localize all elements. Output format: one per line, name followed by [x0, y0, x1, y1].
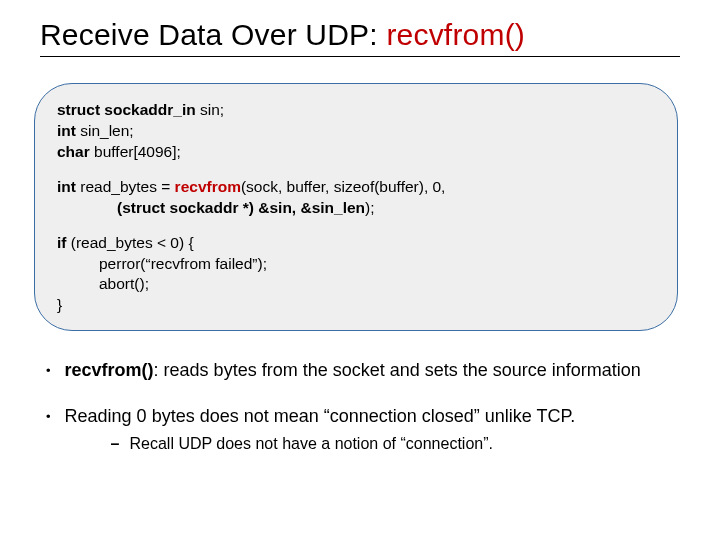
- code-kw: char: [57, 143, 90, 160]
- code-text: (read_bytes < 0) {: [66, 234, 193, 251]
- code-line: }: [57, 295, 655, 316]
- code-kw: int: [57, 178, 76, 195]
- bullet-strong: recvfrom(): [65, 360, 154, 380]
- code-line: if (read_bytes < 0) {: [57, 233, 655, 254]
- code-kw: struct sockaddr_in: [57, 101, 196, 118]
- bullet-item: • recvfrom(): reads bytes from the socke…: [40, 359, 680, 382]
- code-text: sin;: [196, 101, 224, 118]
- bullet-rest: : reads bytes from the socket and sets t…: [154, 360, 641, 380]
- bullet-list: • recvfrom(): reads bytes from the socke…: [40, 359, 680, 455]
- code-line: abort();: [57, 274, 655, 295]
- code-text: perror(“recvfrom failed”);: [99, 255, 267, 272]
- code-text: buffer[4096];: [90, 143, 181, 160]
- code-line: perror(“recvfrom failed”);: [57, 254, 655, 275]
- code-line: int read_bytes = recvfrom(sock, buffer, …: [57, 177, 655, 198]
- code-text: abort();: [99, 275, 149, 292]
- bullet-dot-icon: •: [46, 364, 51, 377]
- code-line: (struct sockaddr *) &sin, &sin_len);: [57, 198, 655, 219]
- bullet-text: recvfrom(): reads bytes from the socket …: [65, 359, 680, 382]
- code-kw: int: [57, 122, 76, 139]
- code-spacer: [57, 163, 655, 177]
- code-text: read_bytes =: [76, 178, 175, 195]
- code-text: );: [365, 199, 374, 216]
- code-text: (sock, buffer, sizeof(buffer), 0,: [241, 178, 445, 195]
- code-box: struct sockaddr_in sin; int sin_len; cha…: [34, 83, 678, 331]
- bullet-line: Reading 0 bytes does not mean “connectio…: [65, 406, 576, 426]
- slide-title: Receive Data Over UDP: recvfrom(): [40, 18, 680, 57]
- slide: Receive Data Over UDP: recvfrom() struct…: [0, 0, 720, 540]
- code-line: struct sockaddr_in sin;: [57, 100, 655, 121]
- title-func: recvfrom(): [386, 18, 525, 51]
- sub-bullet-text: Recall UDP does not have a notion of “co…: [129, 434, 492, 455]
- code-text: sin_len;: [76, 122, 134, 139]
- code-text: }: [57, 296, 62, 313]
- dash-icon: –: [111, 434, 120, 455]
- code-line: char buffer[4096];: [57, 142, 655, 163]
- code-spacer: [57, 219, 655, 233]
- bullet-item: • Reading 0 bytes does not mean “connect…: [40, 405, 680, 455]
- sub-bullet-item: – Recall UDP does not have a notion of “…: [111, 434, 680, 455]
- code-kw: (struct sockaddr *) &sin, &sin_len: [117, 199, 365, 216]
- code-line: int sin_len;: [57, 121, 655, 142]
- bullet-dot-icon: •: [46, 410, 51, 423]
- bullet-text: Reading 0 bytes does not mean “connectio…: [65, 405, 680, 455]
- code-highlight: recvfrom: [175, 178, 241, 195]
- title-prefix: Receive Data Over UDP:: [40, 18, 386, 51]
